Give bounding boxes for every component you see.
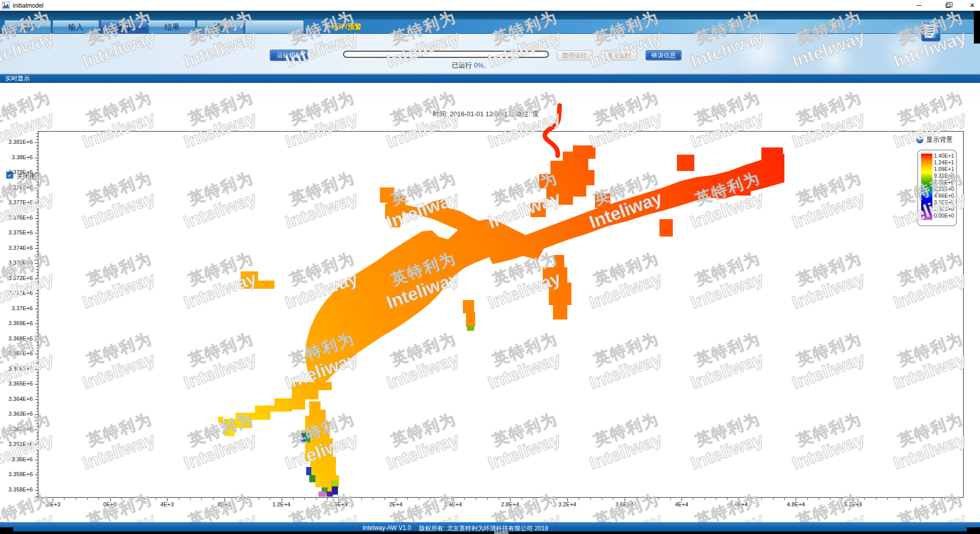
legend-value: 4.66E+0 xyxy=(934,193,957,199)
tick xyxy=(636,498,636,500)
tick xyxy=(36,441,38,442)
show-background-toggle[interactable] xyxy=(917,137,923,143)
tick xyxy=(236,498,236,500)
terminate-run-button[interactable]: 终止运行 xyxy=(601,50,637,60)
tab-huanping-yujing[interactable]: 环评/预警 xyxy=(331,23,361,32)
y-axis-label: 3.368E+6 xyxy=(0,335,33,341)
window-bottom-edge xyxy=(0,531,980,534)
tab-3[interactable]: 结果 xyxy=(148,20,196,34)
tick xyxy=(36,451,38,451)
tick xyxy=(36,300,38,300)
tick xyxy=(36,166,38,167)
tab-1[interactable]: 输入 xyxy=(52,20,99,34)
tick xyxy=(36,478,38,478)
tick xyxy=(350,498,351,500)
tick xyxy=(407,498,408,500)
tick xyxy=(36,266,38,267)
y-axis-label: 3.381E+6 xyxy=(0,139,33,145)
tick xyxy=(36,447,38,448)
tick xyxy=(36,182,38,182)
legend-value: 1.24E+1 xyxy=(934,159,957,166)
run-progress-bar xyxy=(343,51,549,58)
tick xyxy=(36,227,38,227)
tick xyxy=(899,498,899,500)
tick xyxy=(36,155,38,155)
tick xyxy=(36,190,38,191)
tab-4[interactable]: 帮助 xyxy=(197,20,244,34)
legend-value: 3.10E+0 xyxy=(934,199,957,206)
legend-value: 7.76E+0 xyxy=(934,179,957,186)
tick xyxy=(224,498,225,501)
restore-button[interactable] xyxy=(940,0,955,10)
close-button[interactable]: ✕ xyxy=(965,0,980,10)
window-title: initialmodel xyxy=(13,2,44,9)
tick xyxy=(36,472,38,473)
tick xyxy=(36,145,38,146)
minimize-icon xyxy=(917,5,922,6)
x-axis-label: 1.6E+4 xyxy=(315,501,361,507)
tab-2[interactable]: 运行 xyxy=(100,20,147,34)
y-axis-label: 3.375E+6 xyxy=(0,229,33,236)
tick xyxy=(36,236,38,237)
tick xyxy=(35,248,38,249)
tick xyxy=(693,498,693,500)
y-axis-label: 3.358E+6 xyxy=(0,486,33,493)
tick xyxy=(36,317,38,318)
tick xyxy=(133,498,133,500)
tick xyxy=(419,498,419,500)
tick xyxy=(727,498,728,500)
tick xyxy=(36,272,38,273)
tick xyxy=(716,498,716,500)
tick xyxy=(36,169,38,170)
tick xyxy=(373,498,373,500)
tick xyxy=(658,498,659,500)
tick xyxy=(36,230,38,230)
tick xyxy=(441,498,442,500)
tick xyxy=(361,498,362,500)
report-doc-button[interactable] xyxy=(921,22,941,42)
window-corner xyxy=(967,527,980,534)
tick xyxy=(36,215,38,216)
tick xyxy=(36,200,38,200)
y-axis-label: 3.369E+6 xyxy=(0,320,33,326)
legend-value: 1.55E+0 xyxy=(934,206,957,212)
pause-run-button[interactable]: 暂停运行 xyxy=(557,50,592,60)
tick xyxy=(144,498,145,500)
tick xyxy=(35,384,38,385)
tick xyxy=(36,409,38,409)
tab-0[interactable]: 项目 xyxy=(4,20,51,34)
tick xyxy=(36,390,38,391)
tick xyxy=(36,260,38,261)
tick xyxy=(36,387,38,388)
background-toggle-row: 显示背景 xyxy=(917,135,953,144)
tick xyxy=(36,194,38,194)
tick xyxy=(36,484,38,484)
tick xyxy=(35,203,38,203)
tick xyxy=(36,321,38,321)
y-axis-label: 3.372E+6 xyxy=(0,275,33,281)
tick xyxy=(36,296,38,297)
y-axis-label: 3.362E+6 xyxy=(0,426,33,432)
tick xyxy=(259,498,259,500)
tick xyxy=(36,303,38,303)
tick xyxy=(35,339,38,339)
tick xyxy=(36,466,38,466)
tick xyxy=(36,345,38,346)
error-info-button[interactable]: 错误信息 xyxy=(646,50,681,60)
tick xyxy=(533,498,534,500)
tick xyxy=(270,498,270,500)
tick xyxy=(36,330,38,330)
tick xyxy=(510,498,510,501)
tick xyxy=(796,498,796,501)
tick xyxy=(36,433,38,433)
minimize-button[interactable] xyxy=(911,0,927,10)
ribbon-top-strip xyxy=(0,11,980,19)
tick xyxy=(36,357,38,357)
tick xyxy=(567,498,568,501)
tick xyxy=(36,405,38,406)
tick xyxy=(544,498,545,500)
tab-blank[interactable] xyxy=(245,20,304,34)
run-model-button[interactable]: 运行模型 xyxy=(270,50,308,61)
x-axis-label: 5.2E+4 xyxy=(830,501,876,507)
tick xyxy=(36,206,38,206)
